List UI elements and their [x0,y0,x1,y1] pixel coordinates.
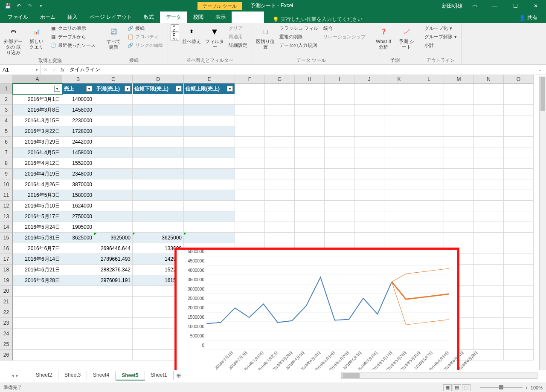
cell[interactable]: 2016年6月28日 [13,275,62,286]
cell[interactable] [325,179,354,190]
row-header-4[interactable]: 4 [0,115,13,126]
cell[interactable]: 2750000 [62,211,94,222]
cell[interactable] [94,137,133,147]
subtotal-button[interactable]: 小計 [423,41,459,49]
cell[interactable] [504,350,534,360]
row-header-8[interactable]: 8 [0,158,13,169]
cell[interactable] [133,211,184,222]
cell[interactable] [265,222,295,233]
col-header-I[interactable]: I [325,75,354,84]
cell[interactable] [235,179,265,190]
cell[interactable] [235,233,265,243]
qat-dropdown-icon[interactable]: ▼ [36,1,46,11]
row-header-19[interactable]: 19 [0,275,13,286]
row-header-7[interactable]: 7 [0,147,13,158]
cell[interactable] [94,201,133,211]
cell[interactable] [94,318,133,329]
cell[interactable] [133,94,184,105]
spreadsheet-grid[interactable]: ABCDEFGHIJKLMNO 123456789101112131415161… [0,75,546,373]
tab-ページ レイアウト[interactable]: ページ レイアウト [84,12,138,23]
user-name[interactable]: 新田明雄 [442,3,462,10]
cell[interactable] [474,94,504,105]
cell[interactable] [384,169,414,179]
cell[interactable] [354,169,384,179]
cell[interactable] [184,115,235,126]
cell[interactable] [184,169,235,179]
cell[interactable] [265,84,295,94]
cell[interactable] [444,233,474,243]
cell[interactable] [414,233,444,243]
cell[interactable] [133,126,184,137]
col-header-B[interactable]: B [62,75,94,84]
sort-asc-button[interactable]: AZ↓ [171,24,179,32]
cell[interactable] [384,94,414,105]
cell[interactable] [474,350,504,360]
cell[interactable] [62,329,94,339]
row-header-13[interactable]: 13 [0,211,13,222]
cell[interactable] [444,94,474,105]
cell[interactable] [184,137,235,147]
col-header-G[interactable]: G [265,75,295,84]
whatif-button[interactable]: ❓What-If 分析 [373,24,394,51]
consolidate-button[interactable]: 統合 [322,24,367,32]
cell[interactable] [414,115,444,126]
cell[interactable] [474,297,504,307]
cell[interactable] [474,265,504,275]
ungroup-button[interactable]: グループ解除 ▾ [423,33,459,41]
cell[interactable] [444,169,474,179]
cell[interactable]: 2016年4月12日 [13,158,62,169]
cell[interactable] [354,211,384,222]
cell[interactable] [504,307,534,318]
save-icon[interactable]: 💾 [3,1,13,11]
sheet-nav[interactable]: ◂ ▸ [0,372,30,378]
cell[interactable]: 3625000 [133,233,184,243]
maximize-icon[interactable]: ☐ [507,0,524,12]
vertical-scrollbar[interactable] [539,76,546,370]
cell[interactable] [474,286,504,297]
cell[interactable] [235,169,265,179]
cell[interactable] [265,211,295,222]
group-button[interactable]: グループ化 ▾ [423,24,459,32]
col-header-M[interactable]: M [444,75,474,84]
cell[interactable] [384,211,414,222]
reapply-button[interactable]: 再適用 [227,33,249,41]
cell[interactable]: 1400000 [62,94,94,105]
cell[interactable] [94,222,133,233]
cell[interactable] [325,222,354,233]
cell[interactable] [295,84,325,94]
cell[interactable] [325,84,354,94]
cell[interactable] [62,286,94,297]
cell[interactable] [295,94,325,105]
cell[interactable]: 1458000 [62,147,94,158]
cell[interactable] [265,201,295,211]
cell[interactable] [384,137,414,147]
cell[interactable] [354,179,384,190]
cell[interactable] [504,84,534,94]
cell[interactable] [444,147,474,158]
formula-input[interactable]: タイムライン [67,66,538,73]
cell[interactable] [235,201,265,211]
tab-ホーム[interactable]: ホーム [34,12,61,23]
cell[interactable] [13,318,62,329]
refresh-all-button[interactable]: 🔄すべて 更新 [103,24,124,51]
row-header-18[interactable]: 18 [0,265,13,275]
forecast-chart[interactable]: 0500000100000015000002000000250000030000… [174,248,459,373]
cell[interactable] [384,126,414,137]
cell[interactable] [414,126,444,137]
cell[interactable] [504,233,534,243]
cell[interactable] [184,147,235,158]
cell[interactable] [504,94,534,105]
cell[interactable] [325,126,354,137]
text-to-columns-button[interactable]: ⬚区切り位置 [255,24,276,51]
cell[interactable]: 信頼上限(売上)▾ [184,84,235,94]
cell[interactable]: 2016年4月26日 [13,179,62,190]
cell[interactable]: 2016年3月15日 [13,115,62,126]
cell[interactable]: 2016年3月29日 [13,137,62,147]
cell[interactable] [354,222,384,233]
row-header-25[interactable]: 25 [0,339,13,350]
cell[interactable] [354,105,384,115]
cell[interactable] [354,94,384,105]
cell[interactable] [184,233,235,243]
cell[interactable] [295,105,325,115]
cell[interactable] [133,169,184,179]
